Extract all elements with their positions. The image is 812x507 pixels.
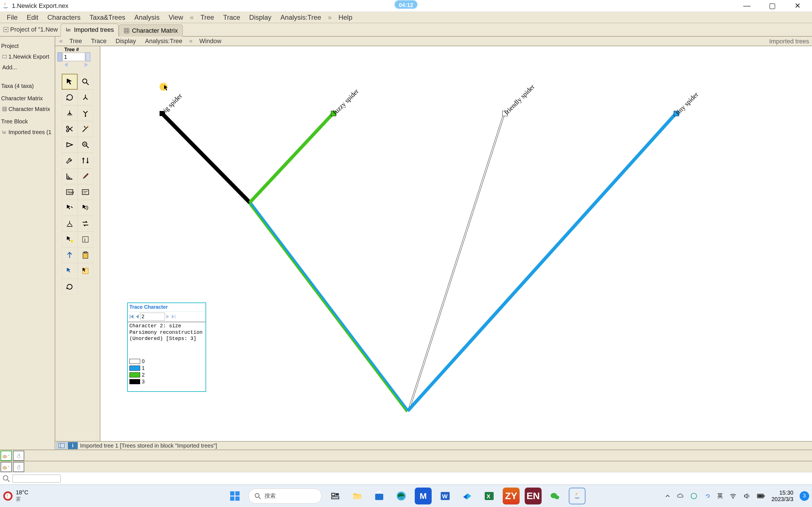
tool-swap[interactable] xyxy=(78,216,93,231)
tree-first-button[interactable] xyxy=(57,52,62,61)
sidebar-item-importedtrees[interactable]: Imported trees (1 xyxy=(1,127,54,137)
tool-spread[interactable] xyxy=(62,216,78,231)
footer-box-d[interactable] xyxy=(13,462,24,472)
tool-highlight[interactable] xyxy=(62,231,78,247)
taskbar-clock[interactable]: 15:30 2023/3/3 xyxy=(771,490,794,503)
menu-display[interactable]: Display xyxy=(245,12,275,23)
close-button[interactable]: ✕ xyxy=(785,0,810,11)
tool-scissors[interactable] xyxy=(62,121,78,137)
project-label[interactable]: Project of "1.New xyxy=(1,24,61,35)
trace-panel[interactable]: Trace Character Character 2: size Parsim… xyxy=(127,302,206,392)
trace-first-button[interactable] xyxy=(129,314,135,320)
wechat-icon[interactable] xyxy=(547,488,564,504)
menu-trace[interactable]: Trace xyxy=(219,12,244,23)
menu-help[interactable]: Help xyxy=(335,12,356,23)
tool-select-clade[interactable] xyxy=(78,200,93,216)
tool-zoomfit[interactable] xyxy=(78,137,93,153)
tool-prune[interactable] xyxy=(78,121,93,137)
menu-characters[interactable]: Characters xyxy=(43,12,84,23)
tool-ladderize-l[interactable] xyxy=(62,168,78,184)
volume-icon[interactable] xyxy=(743,492,751,500)
search-icon[interactable] xyxy=(2,474,10,483)
start-button[interactable] xyxy=(226,488,243,504)
tree-prev-button[interactable] xyxy=(64,62,69,68)
tool-character[interactable] xyxy=(62,247,78,263)
search-input[interactable] xyxy=(12,474,61,483)
tool-label2[interactable] xyxy=(78,184,93,200)
tool-collapse[interactable] xyxy=(62,137,78,153)
tool-multibranch[interactable] xyxy=(62,105,78,121)
edge-icon[interactable] xyxy=(393,488,410,504)
taskbar-weather[interactable]: ! 18°C 雾 xyxy=(3,489,29,503)
wifi-icon[interactable] xyxy=(729,492,737,500)
tray-chevron-icon[interactable] xyxy=(665,493,670,499)
tmenu-window[interactable]: Window xyxy=(195,36,225,46)
system-tray[interactable]: 英 15:30 2023/3/3 3 xyxy=(665,490,809,503)
trace-prev-button[interactable] xyxy=(135,314,140,320)
tool-select-branch[interactable] xyxy=(62,200,78,216)
footer-box-c[interactable] xyxy=(1,462,12,472)
trace-last-button[interactable] xyxy=(170,314,176,320)
tab-character-matrix[interactable]: Character Matrix xyxy=(119,24,183,37)
tab-imported-trees[interactable]: Imported trees xyxy=(61,24,119,37)
app-zy-icon[interactable]: ZY xyxy=(503,488,520,504)
footer-box-b[interactable] xyxy=(13,451,24,461)
tool-clipboard[interactable] xyxy=(78,247,93,263)
app-excel-icon[interactable]: X xyxy=(481,488,498,504)
menu-analysistree[interactable]: Analysis:Tree xyxy=(276,12,325,23)
tool-paint[interactable] xyxy=(78,168,93,184)
tool-highlight2[interactable] xyxy=(78,263,93,279)
tool-reroot[interactable] xyxy=(78,105,93,121)
explorer-icon[interactable] xyxy=(349,488,366,504)
taskview-icon[interactable] xyxy=(327,488,344,504)
java-taskbar-icon[interactable] xyxy=(569,488,586,504)
menu-taxatrees[interactable]: Taxa&Trees xyxy=(86,12,129,23)
tool-label[interactable]: Name xyxy=(62,184,78,200)
status-layout-icon[interactable] xyxy=(56,442,66,449)
sidebar-item-charmat2[interactable]: Character Matrix xyxy=(1,104,54,114)
bluetooth-maybe-icon[interactable] xyxy=(690,492,698,500)
trace-next-button[interactable] xyxy=(165,314,170,320)
tool-refresh[interactable] xyxy=(62,279,78,295)
tmenu-analysis[interactable]: Analysis:Tree xyxy=(141,36,186,46)
tree-next-button[interactable] xyxy=(83,62,89,68)
sidebar-item-add[interactable]: Add... xyxy=(1,62,54,73)
tool-colorpick[interactable] xyxy=(62,263,78,279)
store-icon[interactable] xyxy=(371,488,388,504)
battery-icon[interactable] xyxy=(757,493,765,499)
notification-badge[interactable]: 3 xyxy=(800,491,809,501)
menu-analysis[interactable]: Analysis xyxy=(131,12,163,23)
minimize-button[interactable]: — xyxy=(734,0,760,11)
onedrive-icon[interactable] xyxy=(677,492,684,500)
sidebar-item-treeblock[interactable]: Tree Block xyxy=(1,116,54,127)
menu-file[interactable]: File xyxy=(3,12,22,23)
tree-last-button[interactable] xyxy=(86,52,90,61)
status-info-icon[interactable]: i xyxy=(68,442,78,449)
sidebar-item-charmat1[interactable]: Character Matrix xyxy=(1,93,54,104)
tool-info[interactable]: i xyxy=(78,231,93,247)
tool-arrow[interactable] xyxy=(62,74,78,90)
menu-view[interactable]: View xyxy=(165,12,187,23)
trace-index-input[interactable] xyxy=(140,313,165,321)
sidebar-item-file[interactable]: 1.Newick Export xyxy=(1,51,54,62)
tree-canvas[interactable]: big spider fuzzy spider friendly spider … xyxy=(100,46,812,441)
menu-tree[interactable]: Tree xyxy=(197,12,218,23)
sidebar-item-taxa[interactable]: Taxa (4 taxa) xyxy=(1,80,54,91)
tree-number-input[interactable] xyxy=(63,53,85,61)
tmenu-trace[interactable]: Trace xyxy=(87,36,110,46)
tool-adjust[interactable] xyxy=(78,153,93,168)
app-word-icon[interactable]: W xyxy=(437,488,454,504)
footer-box-a[interactable] xyxy=(1,451,12,461)
maximize-button[interactable]: ▢ xyxy=(760,0,785,11)
app-m-icon[interactable]: M xyxy=(415,488,432,504)
ime-indicator[interactable]: 英 xyxy=(717,492,723,500)
tmenu-display[interactable]: Display xyxy=(112,36,140,46)
app-en-icon[interactable]: EN xyxy=(525,488,542,504)
app-feishu-icon[interactable] xyxy=(459,488,476,504)
taskbar-search[interactable]: 搜索 xyxy=(248,489,322,504)
link-icon[interactable] xyxy=(704,492,711,500)
menu-edit[interactable]: Edit xyxy=(23,12,42,23)
tool-magnify[interactable] xyxy=(78,74,93,90)
tmenu-tree[interactable]: Tree xyxy=(65,36,86,46)
tool-wrench[interactable] xyxy=(62,153,78,168)
